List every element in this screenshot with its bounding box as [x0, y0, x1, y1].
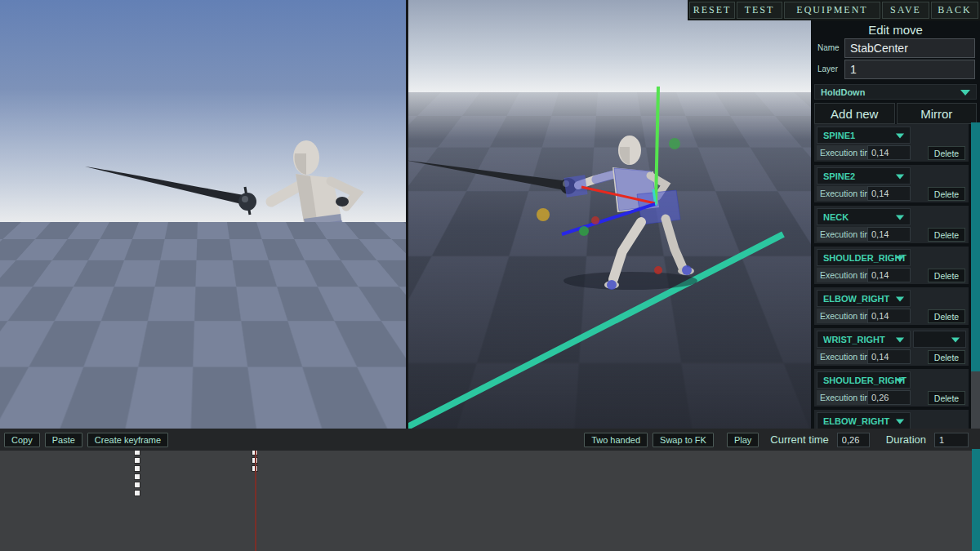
keyframe-marker[interactable] — [134, 490, 140, 496]
bone-name: SPINE1 — [823, 131, 855, 140]
keyframe-marker[interactable] — [134, 473, 140, 480]
viewport-right[interactable] — [408, 0, 811, 429]
bone-list-scrollbar-thumb[interactable] — [971, 122, 980, 371]
execution-time-input[interactable] — [867, 227, 911, 242]
delete-button[interactable]: Delete — [928, 228, 965, 242]
two-handed-button[interactable]: Two handed — [584, 433, 648, 447]
bone-dropdown[interactable]: ELBOW_RIGHT — [817, 412, 911, 429]
mirror-button[interactable]: Mirror — [897, 103, 978, 124]
test-button[interactable]: TEST — [737, 2, 782, 19]
chevron-down-icon — [896, 338, 904, 343]
bone-dropdown[interactable]: SHOULDER_RIGHT — [817, 371, 911, 389]
bone-dropdown[interactable]: NECK — [817, 208, 911, 225]
execution-time-input[interactable] — [867, 390, 911, 405]
bone-name: ELBOW_RIGHT — [823, 416, 889, 426]
chevron-down-icon — [896, 216, 904, 220]
playhead[interactable] — [255, 451, 256, 551]
chevron-down-icon — [951, 338, 960, 343]
bone-name: SHOULDER_RIGHT — [823, 375, 906, 385]
bone-card: NECK Execution time Delete — [814, 206, 969, 243]
bone-dropdown[interactable]: SPINE1 — [817, 127, 911, 144]
play-button[interactable]: Play — [727, 433, 759, 447]
delete-button[interactable]: Delete — [928, 146, 965, 160]
bone-dropdown[interactable]: WRIST_RIGHT — [817, 331, 911, 348]
execution-time-input[interactable] — [867, 309, 911, 323]
chevron-down-icon — [896, 297, 904, 302]
name-input[interactable] — [844, 38, 975, 58]
bone-dropdown[interactable]: ELBOW_RIGHT — [817, 290, 911, 307]
delete-button[interactable]: Delete — [928, 309, 965, 323]
chevron-down-icon — [896, 134, 904, 139]
keyframe-marker[interactable] — [134, 457, 140, 464]
ground-left — [0, 222, 406, 429]
bone-card: SHOULDER_RIGHT Execution time Delete — [814, 369, 969, 407]
chevron-down-icon — [960, 90, 970, 96]
layer-input[interactable] — [844, 60, 975, 79]
execution-time-input[interactable] — [867, 186, 911, 201]
timeline-track[interactable] — [0, 451, 980, 551]
execution-time-input[interactable] — [867, 145, 911, 160]
chevron-down-icon — [896, 175, 904, 180]
layer-label: Layer — [817, 64, 838, 73]
bone-name: SHOULDER_RIGHT — [823, 253, 906, 263]
bone-name: NECK — [823, 212, 849, 222]
top-button-bar: RESET TEST EQUIPMENT SAVE BACK — [688, 0, 980, 20]
bone-list: SPINE1 Execution time Delete SPINE2 Exec… — [811, 124, 971, 429]
bone-extra-dropdown[interactable] — [913, 331, 966, 348]
bone-name: ELBOW_RIGHT — [823, 294, 889, 304]
bone-list-scrollbar-track[interactable] — [971, 122, 980, 429]
add-new-button[interactable]: Add new — [814, 103, 895, 124]
delete-button[interactable]: Delete — [928, 350, 965, 364]
duration-input[interactable] — [934, 433, 969, 447]
name-label: Name — [817, 43, 840, 52]
equipment-button[interactable]: EQUIPMENT — [784, 2, 880, 19]
keyframe-marker[interactable] — [134, 451, 140, 455]
execution-time-input[interactable] — [867, 268, 911, 282]
move-type-value: HoldDown — [821, 87, 865, 97]
bone-name: SPINE2 — [823, 171, 855, 181]
bone-name: WRIST_RIGHT — [823, 335, 885, 344]
ground-right — [408, 92, 811, 429]
edit-move-panel: Edit move Name Layer HoldDown Add new Mi… — [811, 0, 980, 429]
move-type-dropdown[interactable]: HoldDown — [814, 84, 977, 100]
reset-button[interactable]: RESET — [689, 2, 735, 19]
chevron-down-icon — [896, 379, 904, 384]
viewport-left[interactable] — [0, 0, 406, 429]
timeline-toolbar: Copy Paste Create keyframe Two handed Sw… — [0, 429, 980, 451]
back-button[interactable]: BACK — [931, 2, 978, 19]
bone-card: SPINE2 Execution time Delete — [814, 165, 969, 202]
keyframe-marker[interactable] — [134, 482, 140, 488]
bone-card: ELBOW_RIGHT Execution time Delete — [814, 287, 969, 325]
bone-card: SPINE1 Execution time Delete — [814, 124, 969, 162]
save-button[interactable]: SAVE — [882, 2, 929, 19]
swap-to-fk-button[interactable]: Swap to FK — [653, 433, 714, 447]
keyframe-marker[interactable] — [134, 465, 140, 472]
copy-button[interactable]: Copy — [4, 433, 40, 447]
execution-time-input[interactable] — [867, 349, 911, 364]
bone-card: WRIST_RIGHT Execution time Delete — [814, 328, 969, 366]
delete-button[interactable]: Delete — [928, 391, 965, 405]
delete-button[interactable]: Delete — [928, 269, 965, 282]
bone-card: ELBOW_RIGHT Execution time Delete — [814, 410, 969, 429]
chevron-down-icon — [896, 256, 904, 261]
sky-left — [0, 0, 406, 222]
move-editor-app: RESET TEST EQUIPMENT SAVE BACK Edit move… — [0, 0, 980, 551]
current-time-label: Current time — [770, 433, 829, 446]
paste-button[interactable]: Paste — [45, 433, 82, 447]
create-keyframe-button[interactable]: Create keyframe — [87, 433, 168, 447]
current-time-input[interactable] — [837, 433, 870, 447]
chevron-down-icon — [896, 420, 904, 424]
bone-dropdown[interactable]: SPINE2 — [817, 167, 911, 184]
duration-label: Duration — [886, 433, 926, 446]
timeline-scrollbar[interactable] — [972, 449, 980, 551]
bone-dropdown[interactable]: SHOULDER_RIGHT — [817, 249, 911, 266]
bone-card: SHOULDER_RIGHT Execution time Delete — [814, 247, 969, 284]
delete-button[interactable]: Delete — [928, 187, 965, 201]
panel-title: Edit move — [811, 23, 980, 37]
